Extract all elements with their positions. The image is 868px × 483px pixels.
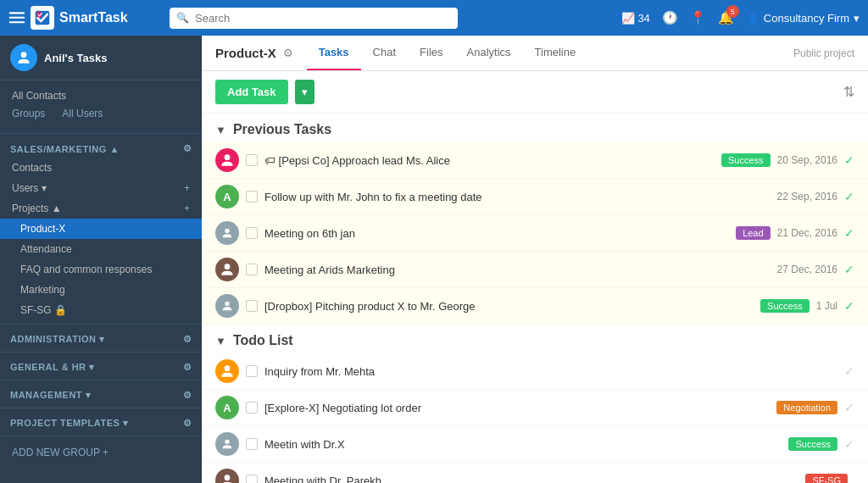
task-checkbox[interactable] <box>246 191 258 203</box>
task-checkbox[interactable] <box>246 365 258 377</box>
trend-count: 34 <box>637 12 649 25</box>
sidebar-group-header-management[interactable]: MANAGEMENT ▾ ⚙ <box>0 384 202 404</box>
task-checkbox[interactable] <box>246 300 258 312</box>
sidebar-divider-6 <box>0 436 202 436</box>
task-name: 🏷 [Pepsi Co] Approach lead Ms. Alice <box>264 154 721 167</box>
sidebar-group-header-sales[interactable]: SALES/MARKETING ▲ ⚙ <box>0 137 202 158</box>
sidebar-item-product-x[interactable]: Product-X <box>0 219 202 239</box>
task-name: Inquiry from Mr. Mehta <box>264 365 844 378</box>
sidebar-item-projects[interactable]: Projects ▲ + <box>0 198 202 219</box>
gear-icon-templates[interactable]: ⚙ <box>183 418 192 429</box>
table-row[interactable]: A [Explore-X] Negotiating lot order Nego… <box>202 390 868 426</box>
trend-button[interactable]: 📈 34 <box>621 12 649 25</box>
trend-icon: 📈 <box>621 12 635 25</box>
task-name: Meeting with Dr. Parekh <box>264 475 805 484</box>
task-date: 21 Dec, 2016 <box>777 227 837 239</box>
section-header-todo[interactable]: ▼ Todo List <box>202 325 868 353</box>
task-checkbox[interactable] <box>246 154 258 166</box>
table-row[interactable]: Meeting at Arids Marketing 27 Dec, 2016 … <box>202 252 868 288</box>
user-menu[interactable]: 👤 Consultancy Firm ▾ <box>746 12 860 25</box>
sidebar-username[interactable]: Anil's Tasks <box>44 52 107 64</box>
sidebar-group-header-templates[interactable]: PROJECT TEMPLATES ▾ ⚙ <box>0 412 202 432</box>
tab-files[interactable]: Files <box>408 36 454 70</box>
add-group-label: ADD NEW GROUP + <box>12 447 108 458</box>
sidebar-group-header-admin[interactable]: ADMINISTRATION ▾ ⚙ <box>0 328 202 348</box>
plus-icon-users[interactable]: + <box>184 182 190 194</box>
table-row[interactable]: 🏷 [Pepsi Co] Approach lead Ms. Alice Suc… <box>202 142 868 179</box>
sidebar-item-marketing[interactable]: Marketing <box>0 280 202 300</box>
task-tag: Success <box>788 437 837 451</box>
table-row[interactable]: A Follow up with Mr. John to fix a meeti… <box>202 179 868 215</box>
toolbar: Add Task ▾ ⇅ <box>202 71 868 114</box>
sidebar-item-faq[interactable]: FAQ and common responses <box>0 259 202 280</box>
gear-icon-management[interactable]: ⚙ <box>183 390 192 401</box>
tab-chat[interactable]: Chat <box>361 36 408 70</box>
avatar <box>215 432 239 456</box>
sidebar-item-groups[interactable]: Groups <box>12 108 45 119</box>
sidebar-item-all-contacts[interactable]: All Contacts <box>0 86 202 106</box>
avatar <box>215 469 239 483</box>
task-name: [Explore-X] Negotiating lot order <box>264 402 776 414</box>
task-done-icon: ✓ <box>844 437 854 451</box>
user-label: Consultancy Firm <box>764 12 849 25</box>
user-avatar-icon: 👤 <box>746 12 760 25</box>
avatar <box>10 44 37 71</box>
table-row[interactable]: Meeting with Dr. Parekh SF-SG <box>202 463 868 483</box>
avatar <box>215 359 239 383</box>
section-toggle-previous: ▼ <box>215 124 226 136</box>
tab-tasks[interactable]: Tasks <box>307 36 361 70</box>
tab-timeline[interactable]: Timeline <box>523 36 588 70</box>
sort-icon[interactable]: ⇅ <box>843 84 854 100</box>
task-checkbox[interactable] <box>246 227 258 239</box>
task-checkbox[interactable] <box>246 438 258 450</box>
layout: Anil's Tasks All Contacts Groups All Use… <box>0 36 868 483</box>
section-header-previous[interactable]: ▼ Previous Tasks <box>202 114 868 142</box>
sidebar-item-contacts[interactable]: Contacts <box>0 158 202 178</box>
gear-icon-admin[interactable]: ⚙ <box>183 334 192 345</box>
app-name: SmartTask <box>59 10 128 25</box>
svg-point-6 <box>225 154 231 160</box>
table-row[interactable]: [Dropbox] Pitching product X to Mr. Geor… <box>202 288 868 325</box>
avatar <box>215 258 239 281</box>
sidebar-item-users[interactable]: Users ▾ + <box>0 178 202 198</box>
task-done-icon: ✓ <box>844 401 854 414</box>
svg-point-8 <box>225 264 231 269</box>
task-checkbox[interactable] <box>246 264 258 275</box>
sidebar-item-sfsg[interactable]: SF-SG 🔒 <box>0 300 202 320</box>
svg-point-5 <box>21 52 27 58</box>
table-row[interactable]: Inquiry from Mr. Mehta ✓ <box>202 353 868 390</box>
table-row[interactable]: Meetin with Dr.X Success ✓ <box>202 426 868 463</box>
task-date: 27 Dec, 2016 <box>777 264 837 275</box>
add-task-dropdown-button[interactable]: ▾ <box>295 80 314 104</box>
task-date: 1 Jul <box>816 300 837 312</box>
clock-button[interactable]: 🕐 <box>662 10 678 25</box>
clock-icon: 🕐 <box>662 10 678 25</box>
add-new-group-button[interactable]: ADD NEW GROUP + <box>0 440 202 465</box>
notifications-button[interactable]: 🔔 5 <box>718 10 734 25</box>
sidebar-item-attendance[interactable]: Attendance <box>0 239 202 259</box>
task-done-icon: ✓ <box>844 153 854 167</box>
section-toggle-todo: ▼ <box>215 335 226 347</box>
location-button[interactable]: 📍 <box>690 10 706 25</box>
plus-icon-projects[interactable]: + <box>184 203 190 214</box>
sidebar-group-header-hr[interactable]: GENERAL & HR ▾ ⚙ <box>0 356 202 376</box>
sidebar-item-all-users[interactable]: All Users <box>62 108 103 119</box>
project-settings-icon[interactable]: ⚙ <box>283 47 293 59</box>
search-input[interactable] <box>170 8 458 29</box>
table-row[interactable]: Meeting on 6th jan Lead 21 Dec, 2016 ✓ <box>202 215 868 252</box>
section-title-previous: Previous Tasks <box>233 122 331 137</box>
sidebar-user[interactable]: Anil's Tasks <box>0 36 202 80</box>
sidebar-divider-3 <box>0 352 202 353</box>
task-checkbox[interactable] <box>246 402 258 414</box>
search-bar[interactable]: 🔍 <box>170 8 458 29</box>
avatar <box>215 294 239 318</box>
tab-analytics[interactable]: Analytics <box>455 36 523 70</box>
app-logo[interactable]: SmartTask <box>8 6 161 30</box>
gear-icon-hr[interactable]: ⚙ <box>183 362 192 373</box>
hamburger-icon[interactable] <box>8 9 25 26</box>
tab-nav: Tasks Chat Files Analytics Timeline <box>307 36 793 70</box>
svg-point-11 <box>225 440 229 444</box>
task-checkbox[interactable] <box>246 475 258 483</box>
add-task-button[interactable]: Add Task <box>215 80 288 104</box>
gear-icon-sales[interactable]: ⚙ <box>183 143 192 154</box>
